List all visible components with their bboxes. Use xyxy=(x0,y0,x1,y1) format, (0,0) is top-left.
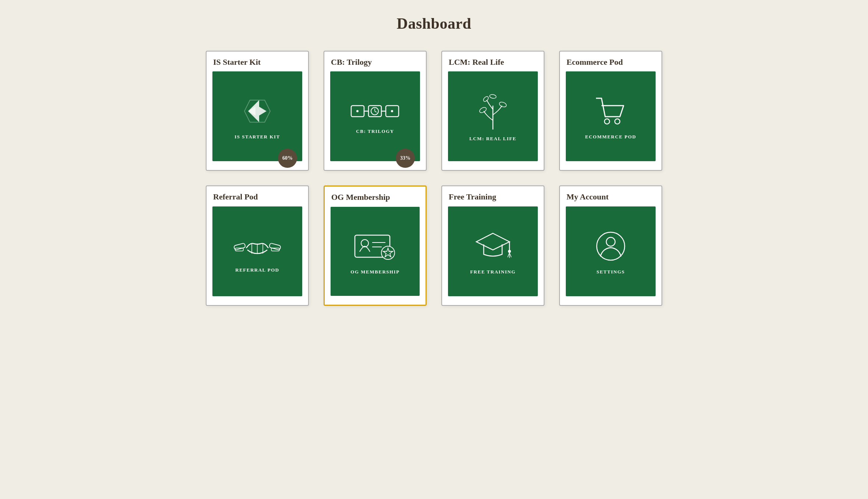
badge-is-starter-kit: 60% xyxy=(278,149,297,168)
card-title-free-training: Free Training xyxy=(448,192,496,202)
svg-point-19 xyxy=(615,119,620,124)
card-image-free-training: FREE TRAINING xyxy=(448,206,538,296)
card-title-og-membership: OG Membership xyxy=(331,192,390,202)
card-image-my-account: SETTINGS xyxy=(566,206,656,296)
card-my-account[interactable]: My Account SETTINGS xyxy=(559,185,662,305)
svg-rect-21 xyxy=(269,243,281,250)
svg-point-17 xyxy=(489,94,496,99)
is-starter-kit-icon xyxy=(239,93,276,130)
card-image-is-starter-kit: IS STARTER KIT 60% xyxy=(212,71,302,161)
page-title: Dashboard xyxy=(397,15,472,32)
svg-point-35 xyxy=(508,250,511,253)
badge-cb-trilogy: 33% xyxy=(396,149,415,168)
cb-trilogy-icon xyxy=(349,98,401,124)
card-label-is-starter-kit: IS STARTER KIT xyxy=(233,134,282,140)
card-title-ecommerce-pod: Ecommerce Pod xyxy=(566,57,623,67)
dashboard-grid: IS Starter Kit IS STARTER KIT 60% CB: Tr… xyxy=(206,51,662,306)
card-title-referral-pod: Referral Pod xyxy=(212,192,258,202)
og-membership-icon xyxy=(349,228,401,265)
card-label-cb-trilogy: CB: TRILOGY xyxy=(354,128,395,134)
card-cb-trilogy[interactable]: CB: Trilogy CB: TRILOGY 33% xyxy=(324,51,427,171)
ecommerce-pod-icon xyxy=(592,93,629,130)
card-label-my-account: SETTINGS xyxy=(595,269,626,275)
my-account-icon xyxy=(592,228,629,265)
svg-point-18 xyxy=(604,119,610,124)
card-label-og-membership: OG MEMBERSHIP xyxy=(349,269,401,275)
svg-point-40 xyxy=(606,237,615,246)
svg-line-10 xyxy=(375,111,377,112)
svg-rect-20 xyxy=(234,243,246,250)
svg-point-11 xyxy=(356,110,359,112)
card-title-cb-trilogy: CB: Trilogy xyxy=(330,57,372,67)
card-referral-pod[interactable]: Referral Pod REFERRAL POD xyxy=(206,185,309,305)
card-title-lcm-real-life: LCM: Real Life xyxy=(448,57,504,67)
card-lcm-real-life[interactable]: LCM: Real Life LCM: REAL LIFE xyxy=(441,51,544,171)
card-title-is-starter-kit: IS Starter Kit xyxy=(212,57,261,67)
svg-marker-33 xyxy=(476,233,509,250)
card-ecommerce-pod[interactable]: Ecommerce Pod ECOMMERCE POD xyxy=(559,51,662,171)
card-og-membership[interactable]: OG Membership OG MEMBERSHIP xyxy=(324,185,427,305)
free-training-icon xyxy=(473,228,513,265)
svg-point-14 xyxy=(479,106,487,114)
card-label-referral-pod: REFERRAL POD xyxy=(234,267,280,273)
svg-point-15 xyxy=(499,101,507,108)
card-label-free-training: FREE TRAINING xyxy=(469,269,517,275)
card-image-referral-pod: REFERRAL POD xyxy=(212,206,302,296)
svg-point-12 xyxy=(391,110,393,112)
card-label-ecommerce-pod: ECOMMERCE POD xyxy=(583,134,638,140)
svg-point-16 xyxy=(483,96,489,102)
card-label-lcm-real-life: LCM: REAL LIFE xyxy=(468,136,518,142)
card-image-og-membership: OG MEMBERSHIP xyxy=(331,207,420,296)
card-free-training[interactable]: Free Training FREE TRAINING xyxy=(441,185,544,305)
card-is-starter-kit[interactable]: IS Starter Kit IS STARTER KIT 60% xyxy=(206,51,309,171)
card-image-cb-trilogy: CB: TRILOGY 33% xyxy=(330,71,420,161)
referral-pod-icon xyxy=(233,230,281,263)
lcm-real-life-icon xyxy=(476,91,509,131)
card-image-lcm-real-life: LCM: REAL LIFE xyxy=(448,71,538,161)
card-title-my-account: My Account xyxy=(566,192,608,202)
card-image-ecommerce-pod: ECOMMERCE POD xyxy=(566,71,656,161)
